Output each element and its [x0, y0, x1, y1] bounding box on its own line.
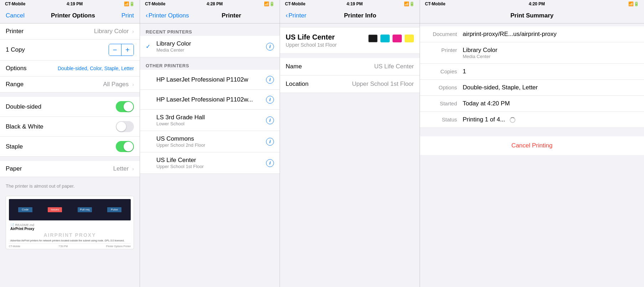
copies-label: 1 Copy	[6, 46, 25, 53]
range-value: All Pages ›	[103, 81, 134, 88]
page-title-3: Printer Info	[344, 12, 376, 19]
copies-row: 1 Copy − +	[0, 40, 140, 61]
paper-chevron-icon: ›	[132, 166, 134, 172]
options-label: Options	[6, 65, 27, 72]
double-sided-label: Double-sided	[6, 103, 41, 110]
printer-name-1: HP LaserJet Professional P1102w	[156, 76, 266, 83]
print-summary-panel: CT-Mobile 4:20 PM 📶🔋 Print Summary Docum…	[420, 0, 644, 287]
printer-card-sub: Upper School 1st Floor	[286, 42, 337, 48]
color-box-cyan	[380, 35, 390, 42]
options-summary-row: Options Double-sided, Staple, Letter	[420, 80, 644, 96]
recent-printers-header: RECENT PRINTERS	[140, 26, 280, 36]
back-label-3: Printer	[289, 12, 306, 19]
preview-title: AirPrint Proxy	[10, 227, 129, 231]
options-list: Printer Library Color › 1 Copy − + Optio…	[0, 24, 140, 93]
printer-list-item-recent-1[interactable]: ✓ Library Color Media Center i	[140, 36, 280, 57]
back-button-3[interactable]: ‹ Printer	[286, 12, 306, 19]
status-value: Printing 1 of 4...	[463, 116, 515, 123]
time-4: 4:20 PM	[529, 1, 545, 6]
printer-list-item-4[interactable]: US Commons Upper School 2nd Floor i	[140, 131, 280, 152]
page-title-1: Printer Options	[51, 12, 95, 19]
paper-label: Paper	[6, 165, 22, 172]
printer-name-3: LS 3rd Grade Hall	[156, 114, 266, 121]
nav-bar-4: Print Summary	[420, 8, 644, 24]
black-white-row[interactable]: Black & White	[0, 117, 140, 137]
info-icon-4[interactable]: i	[266, 138, 274, 146]
range-label: Range	[6, 81, 24, 88]
started-label: Started	[429, 100, 457, 106]
preview-bar-pulse: Pulse	[107, 207, 121, 212]
printer-row[interactable]: Printer Library Color ›	[0, 24, 140, 40]
nav-bar-3: ‹ Printer Printer Info	[280, 8, 420, 24]
increment-button[interactable]: +	[121, 44, 134, 56]
preview-status-carrier: CT-Mobile	[9, 245, 20, 247]
status-label: Status	[429, 116, 457, 122]
cancel-button[interactable]: Cancel	[6, 12, 25, 19]
range-row[interactable]: Range All Pages ›	[0, 77, 140, 93]
printer-list-item-1[interactable]: HP LaserJet Professional P1102w i	[140, 70, 280, 90]
printer-chevron-icon: ›	[132, 28, 134, 34]
status-row: Status Printing 1 of 4...	[420, 112, 644, 128]
color-box-black	[368, 35, 378, 42]
printer-info-panel: CT-Mobile 4:19 PM 📶🔋 ‹ Printer Printer I…	[280, 0, 420, 287]
icons-1: 📶🔋	[124, 1, 135, 6]
printer-sub-recent-1: Media Center	[156, 47, 266, 53]
staple-row[interactable]: Staple	[0, 137, 140, 157]
started-value: Today at 4:20 PM	[463, 100, 510, 107]
status-bar-3: CT-Mobile 4:19 PM 📶🔋	[280, 0, 420, 8]
copies-summary-label: Copies	[429, 68, 457, 74]
copies-summary-row: Copies 1	[420, 64, 644, 80]
decrement-button[interactable]: −	[109, 44, 121, 56]
status-bar-2: CT-Mobile 4:28 PM 📶🔋	[140, 0, 280, 8]
double-sided-row[interactable]: Double-sided	[0, 97, 140, 117]
time-3: 4:19 PM	[347, 1, 363, 6]
preview-bar-code: Code	[18, 207, 32, 212]
warning-text: The printer is almost out of paper.	[0, 180, 140, 192]
printer-name-recent-1: Library Color	[156, 40, 266, 47]
printer-list-item-3[interactable]: LS 3rd Grade Hall Lower School i	[140, 110, 280, 131]
printer-options-panel: CT-Mobile 4:19 PM 📶🔋 Cancel Printer Opti…	[0, 0, 140, 287]
printer-list-panel: CT-Mobile 4:28 PM 📶🔋 ‹ Printer Options P…	[140, 0, 280, 287]
status-bar-1: CT-Mobile 4:19 PM 📶🔋	[0, 0, 140, 8]
back-button-2[interactable]: ‹ Printer Options	[146, 12, 189, 19]
info-icon-recent-1[interactable]: i	[266, 43, 274, 51]
printer-summary-block: Library Color Media Center	[463, 47, 497, 59]
copies-summary-value: 1	[463, 68, 466, 75]
info-icon-5[interactable]: i	[266, 159, 274, 167]
printer-sub-4: Upper School 2nd Floor	[156, 142, 266, 148]
info-icon-3[interactable]: i	[266, 116, 274, 124]
copies-stepper[interactable]: − +	[109, 44, 134, 56]
info-icon-1[interactable]: i	[266, 76, 274, 84]
location-detail-row: Location Upper School 1st Floor	[280, 75, 420, 93]
info-icon-2[interactable]: i	[266, 96, 274, 104]
printer-list-item-2[interactable]: HP LaserJet Professional P1102w... i	[140, 90, 280, 110]
color-icons	[368, 35, 414, 42]
name-detail-row: Name US Life Center	[280, 58, 420, 75]
preview-bar-issues: Issues	[48, 207, 62, 212]
printer-header-info: US Life Center Upper School 1st Floor	[286, 33, 337, 48]
preview-thumbnail: Code Issues Pull req Pulse 📄 README.md A…	[6, 196, 134, 249]
cancel-printing-button[interactable]: Cancel Printing	[420, 136, 644, 155]
location-detail-label: Location	[286, 80, 308, 88]
printer-card-name: US Life Center	[286, 33, 337, 41]
back-chevron-icon-3: ‹	[286, 12, 288, 19]
staple-toggle[interactable]	[116, 141, 134, 152]
options-row[interactable]: Options Double-sided, Color, Staple, Let…	[0, 61, 140, 77]
double-sided-toggle[interactable]	[116, 101, 134, 112]
printer-label: Printer	[6, 28, 24, 35]
printer-header-card: US Life Center Upper School 1st Floor	[280, 27, 420, 54]
name-detail-value: US Life Center	[374, 63, 414, 70]
print-button[interactable]: Print	[121, 12, 134, 19]
preview-logo: AIRPRINT PROXY	[10, 232, 129, 238]
printer-list-item-5[interactable]: US Life Center Upper School 1st Floor i	[140, 152, 280, 174]
paper-row[interactable]: Paper Letter ›	[0, 161, 140, 177]
printer-summary-sub: Media Center	[463, 54, 497, 59]
printer-summary-value: Library Color	[463, 47, 497, 54]
document-value: airprint-proxy/RE...us/airprint-proxy	[463, 31, 557, 38]
range-chevron-icon: ›	[132, 82, 134, 87]
carrier-1: CT-Mobile	[5, 1, 25, 6]
name-detail-label: Name	[286, 63, 302, 70]
black-white-toggle[interactable]	[116, 121, 134, 132]
preview-bottom-nav: Printer Options Printer	[106, 245, 131, 247]
printer-name-2: HP LaserJet Professional P1102w...	[156, 96, 266, 103]
